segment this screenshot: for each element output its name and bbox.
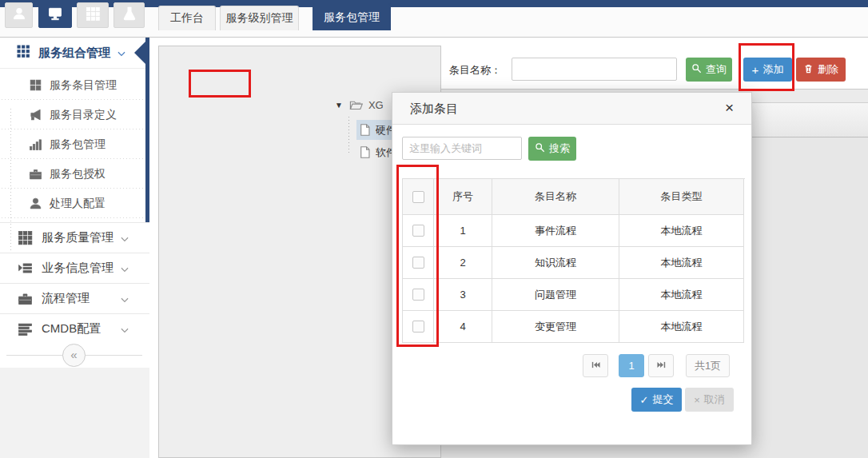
- cell-type: 本地流程: [619, 279, 744, 311]
- skip-backward-icon: [591, 360, 601, 372]
- grid-icon: [18, 230, 33, 245]
- sidebar-item-label: 服务目录定义: [50, 108, 117, 122]
- chevron-down-icon: [119, 233, 130, 248]
- tab-label: 服务级别管理: [226, 11, 293, 26]
- sidebar-group-business-info[interactable]: 业务信息管理: [0, 253, 149, 283]
- briefcase-icon: [29, 167, 42, 181]
- cell-no: 3: [434, 279, 492, 311]
- row-checkbox-cell: [403, 247, 434, 279]
- row-checkbox-cell: [403, 279, 434, 311]
- select-all-cell: [403, 179, 434, 215]
- chevron-down-icon: [119, 294, 130, 309]
- chevron-down-icon: [119, 264, 130, 278]
- tab-label: 工作台: [170, 11, 204, 26]
- bar-chart-icon: [29, 137, 42, 151]
- sidebar-group-label: 服务组合管理: [38, 46, 110, 61]
- cell-name: 问题管理: [492, 279, 619, 311]
- entry-name-label: 条目名称：: [449, 63, 501, 78]
- sidebar-group-service-composition[interactable]: 服务组合管理: [0, 38, 149, 69]
- row-checkbox-cell: [403, 311, 434, 343]
- add-button[interactable]: + 添加: [743, 58, 792, 82]
- skip-forward-icon: [656, 360, 667, 372]
- sidebar-group-label: 流程管理: [42, 291, 90, 306]
- search-icon: [535, 142, 545, 155]
- column-header-type: 条目类型: [619, 179, 744, 215]
- user-module-button[interactable]: [5, 2, 33, 28]
- select-all-checkbox[interactable]: [412, 191, 424, 203]
- entry-name-input[interactable]: [512, 58, 677, 81]
- trash-icon: [803, 63, 814, 76]
- grid-menu-icon: [16, 44, 30, 62]
- sidebar-item-label: 服务包授权: [50, 167, 106, 181]
- current-page-label: 1: [628, 360, 634, 372]
- search-button-label: 搜索: [549, 141, 570, 156]
- row-checkbox[interactable]: [412, 289, 424, 301]
- delete-button[interactable]: 删除: [796, 58, 846, 82]
- stacked-lines-icon: [18, 321, 33, 337]
- sidebar-item-service-package-mgmt[interactable]: 服务包管理: [0, 129, 145, 159]
- sidebar-footer-area: [0, 368, 149, 458]
- sidebar-item-service-package-auth[interactable]: 服务包授权: [0, 159, 145, 189]
- sidebar-group-service-quality[interactable]: 服务质量管理: [0, 222, 149, 253]
- check-icon: ✓: [640, 395, 649, 405]
- sidebar-item-label: 服务包管理: [50, 137, 106, 152]
- row-checkbox-cell: [403, 215, 434, 247]
- column-header-name: 条目名称: [492, 179, 619, 215]
- add-entry-dialog: 添加条目 × 搜索 序号 条目名称 条目类型 1 事件流程 本地流程 2 知识流…: [392, 92, 752, 445]
- list-icon: [18, 261, 33, 276]
- sidebar-item-label: 服务条目管理: [50, 78, 117, 93]
- tab-workbench[interactable]: 工作台: [158, 6, 216, 30]
- cell-type: 本地流程: [619, 311, 744, 343]
- tree-node-label: XG: [368, 99, 384, 111]
- app-window: 工作台 服务级别管理 服务包管理 服务组合管理 服务条目管理 服务目录定义: [0, 0, 868, 458]
- grid-module-button[interactable]: [77, 2, 109, 28]
- dialog-search-button[interactable]: 搜索: [528, 137, 576, 161]
- query-button-label: 查询: [706, 62, 727, 77]
- tab-service-package[interactable]: 服务包管理: [313, 3, 391, 30]
- keyword-search-input[interactable]: [402, 137, 522, 160]
- first-page-button[interactable]: [583, 354, 608, 377]
- row-checkbox[interactable]: [412, 257, 424, 269]
- cell-type: 本地流程: [619, 247, 744, 279]
- tree-node-root[interactable]: ▼ XG: [335, 99, 384, 111]
- collapse-left-icon: «: [70, 348, 77, 361]
- tab-label: 服务包管理: [324, 10, 380, 25]
- cancel-button[interactable]: × 取消: [685, 388, 734, 412]
- person-icon: [29, 197, 42, 210]
- submit-button[interactable]: ✓ 提交: [631, 388, 682, 412]
- monitor-module-button[interactable]: [38, 2, 72, 28]
- active-group-accent-bar: [145, 38, 149, 222]
- megaphone-icon: [29, 108, 42, 121]
- file-icon: [360, 146, 370, 158]
- grid-icon: [85, 6, 101, 25]
- cell-no: 1: [434, 215, 492, 247]
- tab-service-level[interactable]: 服务级别管理: [220, 6, 299, 30]
- sidebar-item-service-catalog-def[interactable]: 服务目录定义: [0, 100, 145, 129]
- sidebar-item-service-entry-mgmt[interactable]: 服务条目管理: [0, 70, 145, 100]
- cell-name: 事件流程: [492, 215, 619, 247]
- search-icon: [691, 63, 702, 76]
- monitor-icon: [47, 6, 63, 25]
- sidebar-group-cmdb-config[interactable]: CMDB配置: [0, 313, 149, 344]
- cancel-button-label: 取消: [704, 392, 725, 407]
- row-checkbox[interactable]: [412, 225, 424, 237]
- sidebar-group-label: CMDB配置: [42, 321, 101, 337]
- user-icon: [11, 6, 27, 25]
- sidebar-collapse-button[interactable]: «: [62, 344, 86, 367]
- close-icon[interactable]: ×: [725, 99, 734, 117]
- sidebar-item-handler-config[interactable]: 处理人配置: [0, 189, 145, 218]
- tiles-icon: [29, 78, 42, 92]
- query-button[interactable]: 查询: [686, 58, 732, 82]
- last-page-button[interactable]: [648, 354, 674, 377]
- row-checkbox[interactable]: [412, 321, 424, 333]
- total-pages-text: 共1页: [695, 359, 721, 373]
- flask-module-button[interactable]: [113, 2, 145, 28]
- cell-no: 2: [434, 247, 492, 279]
- sidebar-group-process-mgmt[interactable]: 流程管理: [0, 283, 149, 313]
- tree-expand-icon[interactable]: ▼: [335, 101, 343, 110]
- active-group-accent-arrow: [134, 42, 145, 64]
- folder-open-icon: [349, 99, 363, 111]
- plus-icon: +: [752, 64, 759, 76]
- delete-button-label: 删除: [818, 62, 838, 77]
- page-number-button[interactable]: 1: [619, 354, 644, 377]
